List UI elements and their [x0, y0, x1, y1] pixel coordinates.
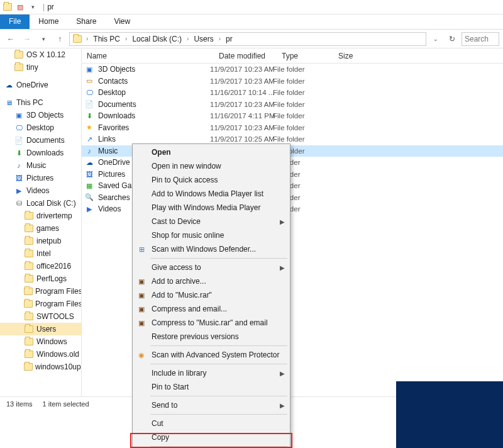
menu-item[interactable]: Copy: [133, 430, 290, 444]
tree-node[interactable]: office2016: [0, 260, 81, 272]
forward-button[interactable]: →: [20, 32, 34, 46]
tree-node[interactable]: 🖥This PC: [0, 96, 81, 109]
up-button[interactable]: ↑: [53, 32, 67, 46]
item-date: 11/9/2017 10:23 AM: [210, 65, 273, 73]
item-count: 13 items: [6, 400, 33, 408]
col-type[interactable]: Type: [277, 52, 333, 60]
tree-node[interactable]: Windows.old: [0, 348, 81, 361]
tree-node[interactable]: Users: [0, 323, 81, 335]
folder-icon: [72, 34, 82, 44]
col-name[interactable]: Name: [82, 52, 214, 60]
addr-dropdown[interactable]: ⌄: [429, 32, 443, 46]
tree-label: Documents: [26, 136, 65, 145]
menu-item[interactable]: ⊞Scan with Windows Defender...: [133, 242, 290, 256]
address-field[interactable]: › This PC › Local Disk (C:) › Users › pr: [69, 32, 426, 46]
list-item[interactable]: ▭Contacts11/9/2017 10:23 AMFile folder: [82, 76, 503, 87]
tree-node[interactable]: ♪Music: [0, 159, 81, 172]
item-name: Saved Gar: [98, 181, 134, 190]
tree-node[interactable]: Program Files (: [0, 298, 81, 310]
menu-item[interactable]: Open in new window: [133, 159, 290, 173]
tree-node[interactable]: Program Files: [0, 285, 81, 298]
menu-item[interactable]: Restore previous versions: [133, 330, 290, 344]
tree-node[interactable]: ▶Videos: [0, 184, 81, 197]
folder-icon: [24, 311, 34, 322]
menu-separator: [150, 345, 287, 346]
list-item[interactable]: ★Favorites11/9/2017 10:23 AMFile folder: [82, 122, 503, 134]
tree-node[interactable]: Windows: [0, 335, 81, 348]
tab-share[interactable]: Share: [67, 14, 105, 29]
desktop-background: [396, 381, 503, 448]
chevron-icon[interactable]: ›: [85, 35, 89, 42]
folder-icon: [24, 337, 34, 347]
menu-item[interactable]: Cast to Device▶: [133, 215, 290, 228]
navigation-pane[interactable]: OS X 10.12tiny☁OneDrive🖥This PC▣3D Objec…: [0, 48, 82, 396]
tab-home[interactable]: Home: [30, 14, 67, 29]
tree-node[interactable]: windows10upg: [0, 361, 81, 373]
list-item[interactable]: 🖵Desktop11/16/2017 10:14 ...File folder: [82, 87, 503, 99]
chevron-icon[interactable]: ›: [185, 35, 190, 42]
menu-item[interactable]: Give access to▶: [133, 260, 290, 274]
breadcrumb[interactable]: pr: [223, 33, 235, 45]
menu-item[interactable]: ◉Scan with Advanced System Protector: [133, 348, 290, 362]
tree-node[interactable]: drivertemp: [0, 210, 81, 222]
item-name: Contacts: [98, 77, 128, 86]
tree-node[interactable]: ☁OneDrive: [0, 79, 81, 91]
menu-item[interactable]: Shop for music online: [133, 228, 290, 242]
menu-item[interactable]: Add to Windows Media Player list: [133, 187, 290, 201]
tree-node[interactable]: ⛁Local Disk (C:): [0, 197, 81, 210]
breadcrumb[interactable]: Local Disk (C:): [130, 33, 184, 45]
refresh-button[interactable]: ↻: [445, 32, 459, 46]
tree-label: SWTOOLS: [36, 312, 74, 321]
item-date: 11/9/2017 10:23 AM: [210, 124, 273, 132]
tab-view[interactable]: View: [105, 14, 139, 29]
menu-item[interactable]: Pin to Start: [133, 380, 290, 394]
search-input[interactable]: Search: [462, 32, 499, 46]
menu-item[interactable]: ▣Compress to "Music.rar" and email: [133, 316, 290, 330]
menu-label: Cut: [152, 419, 163, 428]
menu-item[interactable]: Pin to Quick access: [133, 173, 290, 187]
tree-node[interactable]: inetpub: [0, 235, 81, 247]
back-button[interactable]: ←: [4, 32, 18, 46]
context-menu: OpenOpen in new windowPin to Quick acces…: [132, 143, 290, 448]
tree-node[interactable]: 🖼Pictures: [0, 172, 81, 184]
tree-label: Intel: [36, 249, 51, 258]
item-name: Music: [98, 147, 118, 155]
tree-node[interactable]: 🖵Desktop: [0, 121, 81, 134]
menu-item[interactable]: ▣Add to archive...: [133, 274, 290, 288]
menu-item[interactable]: Open: [133, 145, 290, 159]
tree-label: inetpub: [36, 237, 61, 245]
menu-item[interactable]: ▣Compress and email...: [133, 302, 290, 316]
chevron-icon[interactable]: ›: [124, 35, 128, 42]
tree-label: This PC: [16, 98, 43, 107]
tree-node[interactable]: 📄Documents: [0, 134, 81, 147]
tree-node[interactable]: OS X 10.12: [0, 48, 81, 61]
menu-item[interactable]: Send to▶: [133, 398, 290, 412]
tree-node[interactable]: PerfLogs: [0, 272, 81, 285]
tree-node[interactable]: games: [0, 222, 81, 235]
tree-node[interactable]: ⬇Downloads: [0, 147, 81, 159]
menu-item[interactable]: Play with Windows Media Player: [133, 201, 290, 215]
list-item[interactable]: ▣3D Objects11/9/2017 10:23 AMFile folder: [82, 64, 503, 76]
recent-dropdown[interactable]: ▾: [36, 32, 50, 46]
qat-dropdown[interactable]: ▾: [28, 2, 38, 12]
tab-file[interactable]: File: [0, 14, 30, 29]
breadcrumb[interactable]: This PC: [91, 33, 123, 45]
menu-item[interactable]: Cut: [133, 417, 290, 430]
col-date[interactable]: Date modified: [214, 52, 277, 60]
chevron-icon[interactable]: ›: [218, 35, 222, 42]
quick-access-toolbar[interactable]: ▨: [15, 2, 25, 12]
menu-item[interactable]: Include in library▶: [133, 366, 290, 380]
tree-node[interactable]: tiny: [0, 61, 81, 74]
tree-label: Pictures: [26, 174, 53, 182]
breadcrumb[interactable]: Users: [191, 33, 216, 45]
tree-node[interactable]: Intel: [0, 247, 81, 260]
tree-node[interactable]: ▣3D Objects: [0, 109, 81, 121]
item-date: 11/16/2017 4:11 PM: [210, 112, 273, 120]
menu-label: Scan with Advanced System Protector: [152, 350, 279, 359]
menu-item[interactable]: ▣Add to "Music.rar": [133, 288, 290, 302]
col-size[interactable]: Size: [333, 52, 371, 60]
list-item[interactable]: 📄Documents11/9/2017 10:23 AMFile folder: [82, 99, 503, 111]
folder-icon: [24, 249, 34, 259]
tree-node[interactable]: SWTOOLS: [0, 310, 81, 323]
list-item[interactable]: ⬇Downloads11/16/2017 4:11 PMFile folder: [82, 110, 503, 122]
